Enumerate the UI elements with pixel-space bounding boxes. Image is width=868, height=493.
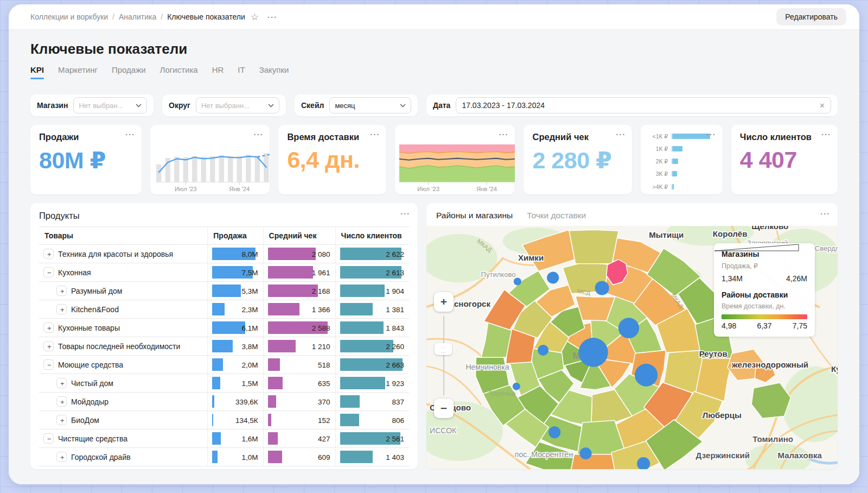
dashboard-tabs: KPIМаркетингПродажиЛогистикаHRITЗакупки xyxy=(30,65,838,81)
zoom-in-button[interactable]: + xyxy=(434,292,454,312)
shop-select[interactable]: Нет выбран... xyxy=(73,97,147,113)
more-menu-icon[interactable]: ··· xyxy=(125,130,135,138)
expand-toggle[interactable]: + xyxy=(56,396,67,407)
more-menu-icon[interactable]: ··· xyxy=(499,130,508,138)
sales-value: 339,6К xyxy=(235,397,258,406)
tab-label: Закупки xyxy=(259,65,289,74)
store-marker[interactable] xyxy=(618,318,639,338)
hist-category-label: <1K ₽ xyxy=(646,133,671,140)
tab-маркетинг[interactable]: Маркетинг xyxy=(58,65,98,81)
check-bar xyxy=(268,414,271,426)
store-marker[interactable] xyxy=(547,272,559,284)
more-menu-icon[interactable]: ··· xyxy=(821,130,831,138)
map-tab-1[interactable]: Районы и магазины xyxy=(436,211,513,220)
hist-bar-track xyxy=(671,171,716,176)
column-header[interactable]: Продажа xyxy=(207,227,263,244)
sales-bar-cell: 339,6К xyxy=(207,393,263,410)
sales-value: 1,5М xyxy=(242,379,258,387)
hist-category-label: 3K ₽ xyxy=(646,170,671,177)
more-menu-icon[interactable]: ··· xyxy=(400,210,410,218)
tab-продажи[interactable]: Продажи xyxy=(112,65,146,81)
tab-kpi[interactable]: KPI xyxy=(30,65,44,81)
sales-value: 7,5М xyxy=(242,268,258,276)
sales-bar-cell: 8,0М xyxy=(207,245,263,263)
collapse-toggle[interactable]: − xyxy=(43,359,54,370)
zoom-slider-track[interactable] xyxy=(443,316,444,395)
district-select[interactable]: Нет выбранн... xyxy=(196,97,279,113)
date-range-input[interactable]: 17.03.2023 - 17.03.2024 ✕ xyxy=(456,97,831,113)
clients-bar xyxy=(340,377,385,389)
sales-bar-cell: 1,6М xyxy=(207,429,263,447)
more-menu-icon[interactable]: ··· xyxy=(820,210,830,218)
column-header[interactable]: Товары xyxy=(39,227,207,244)
edit-button[interactable]: Редактировать xyxy=(776,8,846,26)
collapse-toggle[interactable]: − xyxy=(43,267,54,277)
expand-toggle[interactable]: + xyxy=(43,341,54,351)
kpi-avg-check-value: 2 280 ₽ xyxy=(532,147,623,174)
column-header[interactable]: Число клиентов xyxy=(335,227,409,244)
table-header-row: ТоварыПродажаСредний чекЧисло клиентов xyxy=(39,227,409,245)
store-marker[interactable] xyxy=(548,426,560,438)
hist-row: 3K ₽ xyxy=(646,170,716,178)
zoom-out-button[interactable]: − xyxy=(434,399,454,418)
sales-value: 134,5К xyxy=(235,416,258,424)
tab-закупки[interactable]: Закупки xyxy=(259,65,289,81)
expand-toggle[interactable]: + xyxy=(56,378,67,388)
collapse-toggle[interactable]: − xyxy=(43,433,54,444)
more-menu-icon[interactable]: ··· xyxy=(706,130,716,138)
column-header[interactable]: Средний чек xyxy=(263,227,335,244)
scale-select[interactable]: месяц xyxy=(329,97,411,113)
store-marker[interactable] xyxy=(538,345,548,356)
breadcrumb-item[interactable]: Аналитика xyxy=(119,12,156,21)
map-label: Ку xyxy=(831,364,838,374)
map-label: Дзержинский xyxy=(696,451,750,460)
breadcrumb-item[interactable]: Ключевые показатели xyxy=(167,12,245,21)
sales-bar xyxy=(212,451,218,463)
check-bar-cell: 427 xyxy=(263,429,335,447)
sales-bar xyxy=(212,321,245,334)
expand-toggle[interactable]: + xyxy=(56,415,67,425)
sales-value: 1,0М xyxy=(242,453,258,461)
zoom-slider-handle[interactable]: ···· ···· xyxy=(435,343,452,355)
tab-label: Маркетинг xyxy=(58,65,98,74)
clients-bar-cell: 1 923 xyxy=(335,374,409,392)
more-menu-icon[interactable]: ··· xyxy=(253,130,263,138)
store-marker[interactable] xyxy=(635,364,658,387)
map-canvas[interactable]: ЩёлковоМытищиКоролёвЗагорянскийСвердлХим… xyxy=(426,226,838,469)
check-bar xyxy=(268,340,296,352)
expand-toggle[interactable]: + xyxy=(43,249,54,259)
chevron-down-icon xyxy=(400,104,406,108)
store-marker[interactable] xyxy=(513,383,520,390)
check-bar-cell: 1 366 xyxy=(263,300,335,318)
clients-bar-cell: 2 663 xyxy=(335,356,409,374)
clients-bar-cell: 2 622 xyxy=(335,245,409,263)
tab-it[interactable]: IT xyxy=(238,65,245,81)
breadcrumb-item[interactable]: Коллекции и воркбуки xyxy=(30,12,108,21)
hist-bar-track xyxy=(671,159,716,164)
filter-date-label: Дата xyxy=(433,101,450,110)
clear-date-icon[interactable]: ✕ xyxy=(819,102,825,110)
tab-hr[interactable]: HR xyxy=(212,65,224,81)
table-row: +Разумный дом5,3М2 1681 904 xyxy=(39,282,409,300)
more-menu-icon[interactable]: ··· xyxy=(370,130,380,138)
map-label: Малаховка xyxy=(777,451,822,460)
more-menu-icon[interactable]: ··· xyxy=(616,130,626,138)
expand-toggle[interactable]: + xyxy=(56,452,67,462)
map-tab-2[interactable]: Точки доставки xyxy=(527,211,586,220)
expand-toggle[interactable]: + xyxy=(43,323,54,333)
hist-category-label: 2K ₽ xyxy=(646,158,671,165)
store-marker[interactable] xyxy=(514,278,521,286)
kpi-clients-value: 4 407 xyxy=(740,147,829,173)
map-label: Томилино xyxy=(752,434,793,444)
expand-toggle[interactable]: + xyxy=(56,286,67,296)
expand-toggle[interactable]: + xyxy=(56,304,67,314)
tab-логистика[interactable]: Логистика xyxy=(160,65,198,81)
svg-text:Июл '23: Июл '23 xyxy=(418,186,440,192)
filter-scale: Скейл месяц xyxy=(295,94,418,116)
store-marker[interactable] xyxy=(578,338,608,367)
date-range-value: 17.03.2023 - 17.03.2024 xyxy=(462,101,545,110)
store-marker[interactable] xyxy=(579,447,591,459)
store-marker[interactable] xyxy=(595,281,609,295)
more-menu-icon[interactable]: ··· xyxy=(267,13,277,21)
favorite-star-icon[interactable]: ☆ xyxy=(251,11,259,23)
